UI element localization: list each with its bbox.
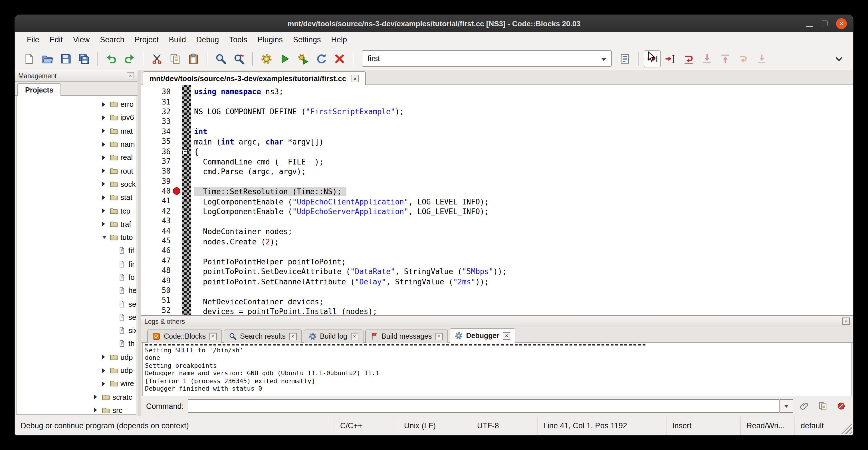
tree-item[interactable]: he bbox=[17, 284, 136, 297]
chevron-collapsed-icon[interactable] bbox=[102, 115, 110, 120]
tab-build-log[interactable]: Build log× bbox=[303, 330, 363, 342]
tree-item[interactable]: nam bbox=[17, 138, 136, 151]
code-line[interactable]: pointToPoint.SetDeviceAttribute ("DataRa… bbox=[191, 267, 853, 277]
undo-button[interactable] bbox=[103, 50, 120, 67]
code-line[interactable]: nodes.Create (2); bbox=[191, 237, 853, 247]
menu-tools[interactable]: Tools bbox=[224, 33, 252, 46]
tree-item[interactable]: erro bbox=[17, 98, 136, 111]
tree-item[interactable]: traf bbox=[17, 217, 136, 231]
code-line[interactable]: Time::SetResolution (Time::NS); bbox=[191, 187, 853, 197]
editor-tab-firstcc[interactable]: mnt/dev/tools/source/ns-3-dev/examples/t… bbox=[143, 71, 366, 85]
code-line[interactable]: LogComponentEnable ("UdpEchoServerApplic… bbox=[191, 207, 853, 217]
copy-button[interactable] bbox=[167, 50, 184, 67]
tab-code-blocks[interactable]: Code::Blocks× bbox=[147, 330, 222, 342]
paperclip-button[interactable] bbox=[797, 399, 811, 413]
tree-item[interactable]: th bbox=[17, 337, 136, 351]
tree-item[interactable]: ipv6 bbox=[17, 111, 136, 124]
chevron-collapsed-icon[interactable] bbox=[94, 408, 101, 413]
chevron-collapsed-icon[interactable] bbox=[102, 208, 110, 213]
menu-file[interactable]: File bbox=[22, 33, 44, 46]
tab-debugger[interactable]: Debugger× bbox=[450, 328, 516, 342]
breakpoint-marker[interactable] bbox=[173, 187, 180, 195]
line-number[interactable]: 37 bbox=[141, 156, 182, 166]
tree-item[interactable]: fif bbox=[17, 244, 136, 258]
tree-item[interactable]: stat bbox=[17, 191, 136, 204]
line-number[interactable]: 30 bbox=[141, 87, 182, 97]
tree-item[interactable]: mat bbox=[17, 124, 136, 138]
tree-item[interactable]: sock bbox=[17, 178, 136, 191]
code-line[interactable]: devices = pointToPoint.Install (nodes); bbox=[191, 307, 853, 315]
code-line[interactable]: LogComponentEnable ("UdpEchoClientApplic… bbox=[191, 197, 853, 207]
tab-search-results[interactable]: Search results× bbox=[223, 330, 302, 342]
toolbar-overflow-button[interactable] bbox=[830, 50, 847, 67]
tab-close-button[interactable]: × bbox=[503, 332, 510, 339]
line-number[interactable]: 38 bbox=[141, 166, 182, 176]
menu-project[interactable]: Project bbox=[129, 33, 164, 46]
tree-item[interactable]: wire bbox=[17, 377, 136, 390]
code-area[interactable]: using namespace ns3;NS_LOG_COMPONENT_DEF… bbox=[191, 85, 853, 315]
cut-button[interactable] bbox=[148, 50, 165, 67]
code-line[interactable]: using namespace ns3; bbox=[191, 87, 853, 97]
line-number[interactable]: 40 bbox=[141, 186, 182, 196]
line-number[interactable]: 48 bbox=[141, 266, 182, 275]
chevron-collapsed-icon[interactable] bbox=[102, 155, 110, 160]
fold-marker[interactable]: − bbox=[183, 149, 188, 154]
line-number[interactable]: 34 bbox=[141, 126, 182, 137]
tree-item[interactable]: fo bbox=[17, 271, 136, 284]
menu-debug[interactable]: Debug bbox=[191, 33, 224, 46]
code-line[interactable] bbox=[191, 217, 853, 227]
tree-item[interactable]: scratc bbox=[17, 390, 136, 404]
build-target-combo[interactable]: first bbox=[362, 50, 612, 67]
code-line[interactable]: { bbox=[191, 147, 853, 157]
find-button[interactable] bbox=[212, 50, 229, 67]
replace-button[interactable] bbox=[230, 50, 248, 67]
copy-log-button[interactable] bbox=[815, 399, 830, 413]
save-all-button[interactable] bbox=[75, 50, 92, 67]
chevron-collapsed-icon[interactable] bbox=[102, 169, 110, 173]
code-line[interactable] bbox=[191, 117, 853, 127]
line-number[interactable]: 36 bbox=[141, 147, 182, 156]
line-number[interactable]: 32 bbox=[141, 107, 182, 117]
chevron-collapsed-icon[interactable] bbox=[102, 368, 110, 372]
chevron-expanded-icon[interactable] bbox=[102, 236, 110, 239]
menu-settings[interactable]: Settings bbox=[288, 33, 326, 46]
line-number[interactable]: 46 bbox=[141, 246, 182, 256]
tab-close-button[interactable]: × bbox=[209, 333, 217, 340]
run-to-cursor-button[interactable] bbox=[662, 50, 679, 67]
tree-item[interactable]: udp- bbox=[17, 364, 136, 377]
code-line[interactable]: int bbox=[191, 127, 853, 137]
step-into-button[interactable] bbox=[699, 50, 716, 67]
line-number[interactable]: 47 bbox=[141, 256, 182, 266]
line-number-gutter[interactable]: 3031323334353637383940414243444546474849… bbox=[141, 85, 182, 315]
tree-item[interactable]: six bbox=[17, 324, 136, 337]
chevron-collapsed-icon[interactable] bbox=[102, 382, 110, 386]
line-number[interactable]: 52 bbox=[141, 305, 182, 315]
next-instruction-button[interactable] bbox=[735, 50, 752, 67]
debugger-command-input[interactable] bbox=[188, 399, 779, 413]
code-line[interactable]: PointToPointHelper pointToPoint; bbox=[191, 257, 853, 267]
tree-item[interactable]: real bbox=[17, 151, 136, 164]
logs-close-button[interactable]: × bbox=[842, 318, 850, 325]
new-file-button[interactable] bbox=[21, 50, 38, 67]
next-line-button[interactable] bbox=[680, 50, 698, 67]
chevron-down-icon[interactable] bbox=[601, 54, 606, 63]
line-number[interactable]: 31 bbox=[141, 97, 182, 107]
line-number[interactable]: 44 bbox=[141, 226, 182, 236]
line-number[interactable]: 49 bbox=[141, 275, 182, 286]
abort-build-button[interactable] bbox=[331, 50, 348, 67]
code-line[interactable] bbox=[191, 287, 853, 297]
menu-build[interactable]: Build bbox=[164, 33, 191, 46]
open-file-button[interactable] bbox=[39, 50, 56, 67]
menu-search[interactable]: Search bbox=[95, 33, 129, 46]
line-number[interactable]: 51 bbox=[141, 295, 182, 305]
line-number[interactable]: 41 bbox=[141, 196, 182, 206]
code-line[interactable] bbox=[191, 97, 853, 107]
run-button[interactable] bbox=[276, 50, 293, 67]
tab-close-button[interactable]: × bbox=[289, 333, 297, 340]
rebuild-button[interactable] bbox=[313, 50, 330, 67]
menu-view[interactable]: View bbox=[68, 33, 95, 46]
code-editor[interactable]: 3031323334353637383940414243444546474849… bbox=[141, 85, 853, 315]
tree-item[interactable]: udp bbox=[17, 350, 136, 364]
tree-item[interactable]: se bbox=[17, 297, 136, 311]
line-number[interactable]: 45 bbox=[141, 236, 182, 246]
